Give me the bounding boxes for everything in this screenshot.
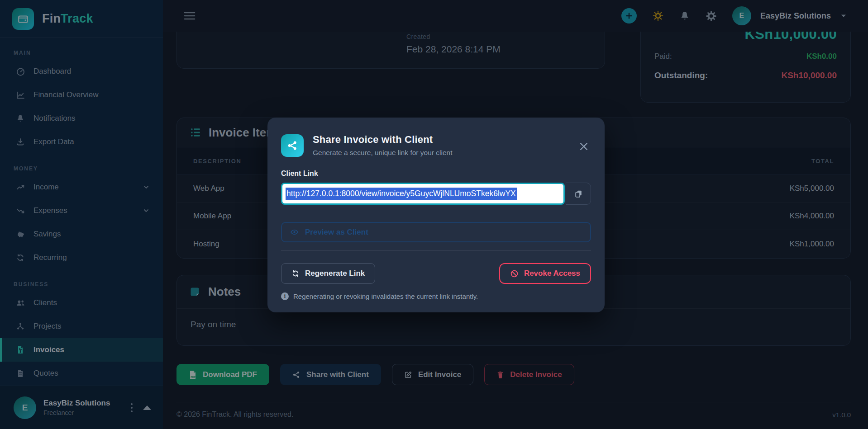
revoke-access-button[interactable]: Revoke Access bbox=[499, 263, 591, 284]
regenerate-link-label: Regenerate Link bbox=[305, 269, 365, 278]
modal-subtitle: Generate a secure, unique link for your … bbox=[313, 149, 452, 157]
close-icon[interactable] bbox=[578, 141, 589, 152]
modal-note-text: Regenerating or revoking invalidates the… bbox=[293, 292, 478, 300]
share-invoice-modal: Share Invoice with Client Generate a sec… bbox=[267, 118, 605, 312]
regenerate-link-button[interactable]: Regenerate Link bbox=[281, 263, 375, 284]
modal-title-block: Share Invoice with Client Generate a sec… bbox=[313, 134, 452, 157]
modal-title: Share Invoice with Client bbox=[313, 134, 452, 146]
eye-icon bbox=[290, 228, 299, 236]
copy-icon bbox=[574, 189, 583, 198]
refresh-icon bbox=[291, 269, 300, 278]
modal-note: i Regenerating or revoking invalidates t… bbox=[281, 292, 591, 300]
modal-actions: Regenerate Link Revoke Access bbox=[281, 263, 591, 284]
preview-as-client-button[interactable]: Preview as Client bbox=[281, 222, 591, 242]
client-link-value: http://127.0.0.1:8000/view/invoice/y5Guy… bbox=[286, 188, 517, 200]
fintrack-app: FinTrack MAIN Dashboard Financial Overvi… bbox=[0, 0, 868, 429]
share-nodes-icon bbox=[281, 134, 304, 157]
client-link-label: Client Link bbox=[281, 170, 591, 178]
modal-header: Share Invoice with Client Generate a sec… bbox=[281, 134, 591, 157]
client-link-input[interactable]: http://127.0.0.1:8000/view/invoice/y5Guy… bbox=[281, 183, 565, 205]
client-link-group: http://127.0.0.1:8000/view/invoice/y5Guy… bbox=[281, 183, 591, 205]
revoke-access-label: Revoke Access bbox=[524, 269, 580, 278]
preview-as-client-label: Preview as Client bbox=[305, 228, 368, 237]
info-icon: i bbox=[281, 292, 289, 300]
ban-icon bbox=[510, 269, 519, 278]
copy-link-button[interactable] bbox=[566, 183, 591, 205]
divider bbox=[281, 250, 591, 251]
